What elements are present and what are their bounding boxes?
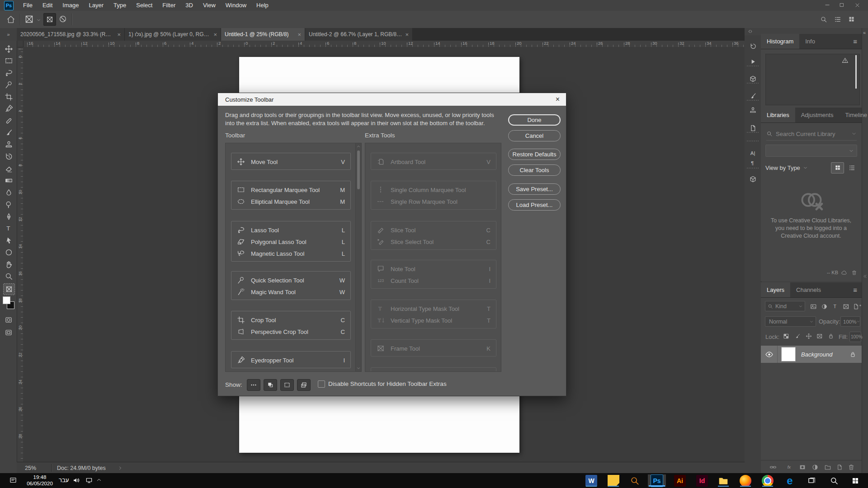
histogram-tab-histogram[interactable]: Histogram [761,34,799,49]
clear-tools-button[interactable]: Clear Tools [508,164,561,176]
search-icon[interactable] [820,16,827,23]
menu-type[interactable]: Type [108,0,131,11]
clone-stamp-panel-button[interactable] [748,105,758,115]
brush-tool-button[interactable] [3,127,14,138]
list-view-button[interactable] [846,163,857,173]
restore-defaults-button[interactable]: Restore Defaults [508,149,561,160]
type-filter-icon[interactable]: T [831,302,839,310]
tab-close-icon[interactable]: × [114,31,121,38]
lock-lock-icon[interactable] [827,332,835,340]
document-tab[interactable]: 1) גלו).jpg @ 50% (Layer 0, RGB/8) *× [125,28,221,41]
document-tab[interactable]: 20200506_171558.jpg @ 33.3% (RGB/8)× [17,28,125,41]
tab-close-icon[interactable]: × [402,31,409,38]
gradient-tool-button[interactable] [3,175,14,186]
toolbar-list-scrollbar[interactable] [355,143,361,371]
taskbar-app-search-app[interactable] [626,474,644,487]
scroll-up-icon[interactable] [356,144,361,149]
tool-lasso-tool[interactable]: Lasso ToolL [232,224,351,236]
tool-rectangular-marquee-tool[interactable]: Rectangular Marquee ToolM [232,184,351,196]
action-center-icon[interactable] [9,476,17,484]
lock-checkerboard-icon[interactable] [782,332,790,340]
grid-view-button[interactable] [831,162,844,174]
language-indicator[interactable]: עבר [59,477,69,483]
trash-icon[interactable] [851,270,857,276]
tool-option-box-button[interactable] [43,13,56,26]
taskbar-app-sticky-notes[interactable] [604,474,623,487]
scroll-down-icon[interactable] [356,366,361,371]
filter-toggle-icon[interactable] [858,303,863,308]
menu-window[interactable]: Window [221,0,251,11]
cube-panel-button[interactable] [748,74,758,84]
fx-footer-icon[interactable]: fx [786,463,794,471]
lock-frame-icon[interactable] [816,332,823,340]
tool-slice-tool[interactable]: Slice ToolC [372,224,496,236]
tray-expand-icon[interactable] [96,477,102,483]
volume-icon[interactable] [72,476,80,484]
tool-magic-wand-tool[interactable]: Magic Wand ToolW [232,286,351,298]
libraries-tab-libraries[interactable]: Libraries [761,108,795,122]
minimize-button[interactable] [821,1,834,9]
status-chevron-icon[interactable] [118,465,123,471]
taskbar-app-file-explorer[interactable] [714,474,732,487]
fill-value-box[interactable]: 100% [849,332,861,342]
layer-visibility-eye-icon[interactable] [761,350,777,359]
healing-tool-button[interactable] [3,115,14,126]
history-panel-button[interactable] [748,41,758,51]
tool-polygonal-lasso-tool[interactable]: Polygonal Lasso ToolL [232,236,351,248]
layers-tab-channels[interactable]: Channels [790,282,827,297]
libraries-tab-timeline[interactable]: Timeline [839,108,868,122]
tab-close-icon[interactable]: × [295,31,301,38]
done-button[interactable]: Done [508,114,561,126]
collapse-panels-icon[interactable] [747,28,753,34]
tool-magnetic-lasso-tool[interactable]: Magnetic Lasso ToolL [232,248,351,259]
tool-eyedropper-tool[interactable]: Eyedropper ToolI [232,354,351,366]
eyedropper-tool-button[interactable] [3,103,14,114]
workspace-grid-icon[interactable] [834,16,841,23]
type-tool-button[interactable]: T [3,223,14,234]
shape-tool-button[interactable] [3,247,14,258]
menu-image[interactable]: Image [57,0,84,11]
taskbar-app-edge[interactable]: e [781,474,799,487]
show-extras-button[interactable] [247,379,260,391]
layers-panel-menu-icon[interactable]: ≡ [849,282,862,297]
mask-footer-icon[interactable] [798,463,807,471]
network-icon[interactable] [85,476,93,484]
dodge-tool-button[interactable] [3,199,14,210]
menu-edit[interactable]: Edit [38,0,57,11]
crop-tool-button[interactable] [3,91,14,102]
menu-layer[interactable]: Layer [84,0,109,11]
show-screen-modes-button[interactable] [297,379,311,391]
lock-move-icon[interactable] [805,332,812,340]
tool-artboard-tool[interactable]: Artboard ToolV [372,156,496,168]
layers-tab-layers[interactable]: Layers [761,282,790,297]
taskbar-app-chrome[interactable] [759,474,777,487]
taskbar-app-word[interactable]: W [582,474,600,487]
frame-filter-icon[interactable] [842,302,850,310]
history-brush-tool-button[interactable] [3,151,14,162]
document-tab[interactable]: Untitled-2 @ 66.7% (Layer 1, RGB/8#) *× [305,28,413,41]
menu-3d[interactable]: 3D [180,0,198,11]
dialog-close-icon[interactable]: × [549,93,566,106]
taskbar-app-search[interactable] [825,474,843,487]
show-mask-modes-button[interactable] [280,379,294,391]
taskbar-app-illustrator[interactable]: Ai [671,474,689,487]
menu-view[interactable]: View [198,0,221,11]
current-tool-icon[interactable] [24,14,34,24]
libraries-tab-adjustments[interactable]: Adjustments [795,108,840,122]
clock[interactable]: 19:48 06/05/2020 [24,474,56,487]
half-circle-filter-icon[interactable] [820,302,828,310]
load-preset-button[interactable]: Load Preset... [508,199,561,211]
tool-horizontal-type-mask-tool[interactable]: THorizontal Type Mask ToolT [372,303,496,314]
clone-stamp-tool-button[interactable] [3,139,14,150]
page-panel-button[interactable] [748,123,758,133]
path-select-tool-button[interactable] [3,235,14,246]
image-filter-icon[interactable] [809,302,817,310]
tool-note-tool[interactable]: Note ToolI [372,263,496,275]
half-circle-footer-icon[interactable] [811,463,819,471]
home-icon[interactable] [6,15,15,24]
expand-dock-icon[interactable]: « [863,30,866,35]
tool-count-tool[interactable]: 123Count ToolI [372,275,496,286]
quick-selection-tool-button[interactable] [3,80,14,90]
zoom-level[interactable]: 25% [17,465,36,471]
tool-slice-select-tool[interactable]: Slice Select ToolC [372,236,496,248]
